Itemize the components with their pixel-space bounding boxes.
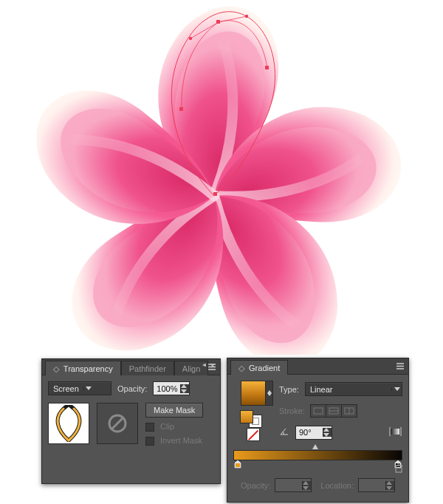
tab-label: Transparency bbox=[63, 364, 113, 373]
chevron-down-icon bbox=[83, 386, 94, 390]
tab-transparency[interactable]: ◇ Transparency bbox=[45, 361, 121, 375]
gradient-type-dropdown[interactable]: Linear bbox=[305, 382, 402, 396]
stop-opacity-label: Opacity: bbox=[241, 481, 270, 490]
dropdown-carets-icon bbox=[302, 481, 311, 490]
svg-rect-1 bbox=[179, 107, 183, 111]
stroke-within-button bbox=[310, 404, 326, 418]
tab-label: Gradient bbox=[249, 364, 280, 372]
tab-pathfinder[interactable]: Pathfinder bbox=[121, 361, 174, 375]
no-mask-icon bbox=[106, 412, 128, 435]
blend-mode-value: Screen bbox=[49, 384, 83, 393]
panel-tabs: ◇ Gradient bbox=[227, 358, 408, 375]
opacity-input[interactable]: 100% bbox=[153, 381, 190, 395]
gradient-midpoint[interactable] bbox=[312, 444, 318, 449]
panel-menu-icon[interactable] bbox=[395, 361, 405, 371]
gradient-stop-left[interactable] bbox=[234, 460, 241, 469]
none-swatch-icon[interactable] bbox=[247, 428, 260, 441]
dropdown-carets-icon bbox=[385, 481, 394, 490]
mask-thumbnail[interactable] bbox=[97, 403, 138, 444]
invert-mask-checkbox-row: Invert Mask bbox=[145, 436, 203, 446]
stroke-along-icon bbox=[329, 407, 339, 415]
opacity-value: 100% bbox=[154, 384, 180, 393]
svg-rect-0 bbox=[213, 192, 217, 196]
type-label: Type: bbox=[279, 385, 299, 394]
tab-label: Pathfinder bbox=[129, 364, 166, 373]
chevron-down-icon bbox=[391, 387, 402, 391]
invert-mask-checkbox bbox=[145, 437, 154, 446]
tab-gradient[interactable]: ◇ Gradient bbox=[230, 360, 288, 375]
tab-label: Align bbox=[182, 364, 200, 373]
angle-icon bbox=[279, 427, 289, 437]
svg-rect-24 bbox=[396, 466, 402, 472]
gradient-type-value: Linear bbox=[306, 385, 391, 394]
stroke-label: Stroke: bbox=[279, 406, 305, 415]
trash-icon[interactable] bbox=[394, 463, 403, 474]
angle-value: 90° bbox=[296, 428, 323, 437]
artwork-thumbnail[interactable] bbox=[48, 403, 89, 444]
transparency-panel: ◇ Transparency Pathfinder Align ◂◂ ✕ Scr… bbox=[41, 358, 221, 484]
dropdown-carets-icon bbox=[180, 384, 189, 393]
svg-rect-3 bbox=[265, 66, 269, 69]
clip-checkbox-row: Clip bbox=[145, 422, 203, 432]
panel-tabs: ◇ Transparency Pathfinder Align ◂◂ ✕ bbox=[42, 359, 220, 375]
gradient-panel: ◇ Gradient bbox=[227, 358, 409, 503]
svg-rect-22 bbox=[236, 463, 240, 467]
stop-opacity-input bbox=[275, 478, 312, 492]
stroke-along-button bbox=[326, 404, 342, 418]
svg-line-12 bbox=[111, 418, 123, 429]
stroke-across-icon bbox=[344, 407, 354, 415]
make-mask-label: Make Mask bbox=[154, 406, 195, 415]
clip-checkbox bbox=[145, 423, 154, 432]
canvas[interactable] bbox=[0, 0, 443, 355]
svg-point-7 bbox=[245, 15, 248, 18]
collapse-arrows-icon[interactable]: ◂◂ bbox=[202, 361, 204, 368]
angle-input[interactable]: 90° bbox=[295, 426, 332, 440]
stop-location-label: Location: bbox=[320, 481, 354, 490]
panel-menu-icon[interactable] bbox=[207, 362, 217, 372]
clip-label: Clip bbox=[160, 422, 174, 431]
make-mask-button[interactable]: Make Mask bbox=[145, 403, 203, 418]
opacity-label: Opacity: bbox=[117, 384, 147, 393]
invert-mask-label: Invert Mask bbox=[160, 436, 202, 445]
svg-rect-16 bbox=[314, 408, 323, 414]
stop-location-input bbox=[358, 478, 395, 492]
svg-point-6 bbox=[189, 37, 192, 40]
blend-mode-dropdown[interactable]: Screen bbox=[48, 381, 111, 395]
flower-illustration bbox=[0, 0, 443, 355]
dropdown-carets-icon bbox=[323, 428, 332, 437]
reverse-gradient-icon[interactable] bbox=[389, 426, 402, 438]
gradient-fill-swatch[interactable] bbox=[241, 381, 266, 406]
gradient-slider[interactable] bbox=[233, 450, 402, 460]
swatch-menu-icon[interactable] bbox=[266, 381, 273, 406]
stroke-across-button bbox=[341, 404, 357, 418]
stroke-within-icon bbox=[313, 407, 323, 415]
svg-rect-21 bbox=[391, 429, 399, 435]
fill-swatch-icon[interactable] bbox=[240, 410, 253, 423]
